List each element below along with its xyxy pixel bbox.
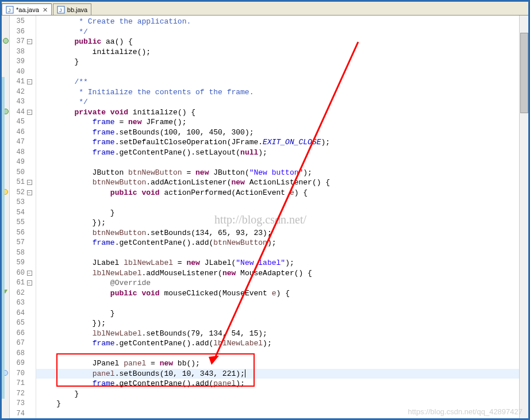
gutter-row: 41− (10, 77, 36, 87)
code-line[interactable]: frame.getContentPane().add(btnNewButton)… (36, 238, 528, 248)
gutter-row: 65 (10, 318, 36, 329)
change-strip (2, 77, 5, 87)
fold-marker[interactable]: − (26, 188, 33, 198)
code-line[interactable] (36, 157, 528, 168)
change-strip (2, 288, 5, 299)
gutter-row: 47 (10, 137, 36, 148)
fold-marker[interactable]: − (26, 178, 33, 188)
code-line[interactable]: public void actionPerformed(ActionEvent … (36, 188, 528, 198)
fold-marker (26, 309, 33, 319)
code-line[interactable]: JPanel panel = new bb(); (36, 359, 528, 369)
code-line[interactable]: public aa() { (36, 37, 528, 47)
code-line[interactable]: }); (36, 318, 528, 329)
method-marker-icon (3, 38, 9, 44)
change-strip (2, 87, 5, 98)
gutter-row: 38 (10, 47, 36, 57)
fold-marker[interactable]: − (26, 77, 33, 87)
code-line[interactable]: initialize(); (36, 47, 528, 57)
code-line[interactable]: /** (36, 77, 528, 87)
code-line[interactable]: frame.getContentPane().add(panel); (36, 379, 528, 389)
code-line[interactable]: }); (36, 218, 528, 228)
fold-marker (26, 17, 33, 27)
code-line[interactable]: frame.setBounds(100, 100, 450, 300); (36, 128, 528, 138)
fold-marker (26, 67, 33, 78)
gutter-row: 57 (10, 238, 36, 248)
gutter-row: 60− (10, 268, 36, 279)
vertical-scrollbar[interactable] (519, 16, 528, 418)
fold-marker (26, 389, 33, 399)
fold-marker (26, 218, 33, 228)
code-line[interactable]: private void initialize() { (36, 107, 528, 118)
line-number: 49 (10, 157, 26, 168)
code-line[interactable] (36, 248, 528, 259)
code-line[interactable]: panel.setBounds(10, 10, 343, 221); (36, 369, 528, 379)
code-line[interactable]: @Override (36, 278, 528, 288)
gutter-row: 39 (10, 57, 36, 67)
gutter-row: 58 (10, 248, 36, 259)
fold-marker (26, 298, 33, 309)
code-line[interactable]: JButton btnNewButton = new JButton("New … (36, 168, 528, 178)
code-line[interactable] (36, 409, 528, 419)
code-line[interactable]: frame.getContentPane().setLayout(null); (36, 148, 528, 158)
code-line[interactable] (36, 198, 528, 208)
line-number: 35 (10, 17, 26, 27)
change-strip (2, 278, 5, 288)
code-line[interactable] (36, 67, 528, 78)
change-strip (2, 157, 5, 168)
change-strip (2, 258, 5, 268)
code-line[interactable] (36, 349, 528, 359)
code-line[interactable]: JLabel lblNewLabel = new JLabel("New lab… (36, 258, 528, 268)
fold-marker (26, 57, 33, 67)
line-number: 68 (10, 349, 26, 359)
line-number: 56 (10, 228, 26, 238)
fold-marker (26, 137, 33, 148)
code-line[interactable] (36, 298, 528, 309)
gutter-row: 67 (10, 338, 36, 349)
code-line[interactable]: frame = new JFrame(); (36, 117, 528, 128)
code-line[interactable]: */ (36, 97, 528, 107)
fold-marker[interactable]: − (26, 268, 33, 279)
fold-marker (26, 27, 33, 37)
tab-bb[interactable]: J bb.java (53, 3, 91, 15)
code-line[interactable]: frame.getContentPane().add(lblNewLabel); (36, 338, 528, 349)
gutter-row: 42 (10, 87, 36, 98)
code-line[interactable]: * Initialize the contents of the frame. (36, 87, 528, 98)
code-line[interactable]: lblNewLabel.setBounds(79, 134, 54, 15); (36, 329, 528, 339)
line-number: 62 (10, 288, 26, 299)
tab-aa[interactable]: J *aa.java ✕ (2, 3, 52, 15)
line-number: 51 (10, 178, 26, 188)
fold-marker (26, 228, 33, 238)
code-line[interactable]: * Create the application. (36, 17, 528, 27)
editor[interactable]: 353637−38394041−424344−45464748495051−52… (2, 16, 528, 418)
fold-marker[interactable]: − (26, 37, 33, 47)
svg-text:J: J (59, 7, 62, 13)
fold-marker (26, 117, 33, 128)
fold-marker (26, 258, 33, 268)
change-strip (2, 238, 5, 248)
line-number: 54 (10, 208, 26, 218)
marker-column (2, 16, 10, 418)
code-line[interactable]: frame.setDefaultCloseOperation(JFrame.EX… (36, 137, 528, 148)
code-area[interactable]: * Create the application. */ public aa()… (36, 16, 528, 418)
code-line[interactable]: } (36, 389, 528, 399)
code-line[interactable]: btnNewButton.setBounds(134, 65, 93, 23); (36, 228, 528, 238)
code-line[interactable]: } (36, 208, 528, 218)
scroll-thumb[interactable] (520, 33, 528, 113)
code-line[interactable]: } (36, 57, 528, 67)
gutter-row: 51− (10, 178, 36, 188)
line-number: 66 (10, 329, 26, 339)
code-line[interactable]: public void mouseClicked(MouseEvent e) { (36, 288, 528, 299)
code-line[interactable]: } (36, 309, 528, 319)
close-icon[interactable]: ✕ (43, 6, 48, 14)
fold-marker (26, 87, 33, 98)
fold-marker[interactable]: − (26, 278, 33, 288)
code-line[interactable]: */ (36, 27, 528, 37)
gutter-row: 73 (10, 399, 36, 409)
line-number: 50 (10, 168, 26, 178)
code-line[interactable]: lblNewLabel.addMouseListener(new MouseAd… (36, 268, 528, 279)
gutter-row: 43 (10, 97, 36, 107)
code-line[interactable]: btnNewButton.addActionListener(new Actio… (36, 178, 528, 188)
change-strip (2, 389, 5, 399)
fold-marker[interactable]: − (26, 107, 33, 118)
code-line[interactable]: } (36, 399, 528, 409)
